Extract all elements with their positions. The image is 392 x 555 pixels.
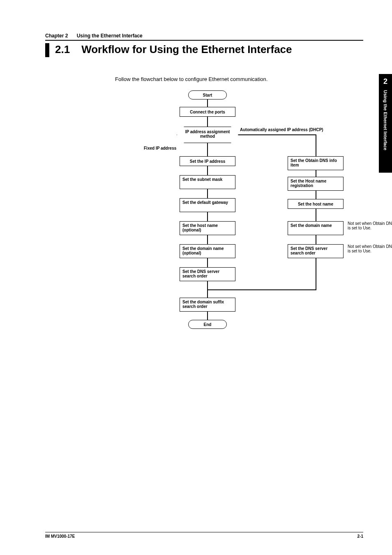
flow-left-f: Set the DNS server search order: [180, 267, 235, 281]
flow-right-d: Set the domain name: [288, 221, 344, 235]
connector: [207, 143, 208, 156]
flow-note-2: Not set when Obtain DNS info is set to U…: [348, 244, 392, 253]
section-title: Workflow for Using the Ethernet Interfac…: [81, 43, 292, 56]
chapter-header: Chapter 2 Using the Ethernet Interface: [45, 33, 363, 41]
connector: [207, 289, 316, 290]
connector: [316, 134, 316, 156]
connector: [207, 189, 208, 198]
connector: [316, 191, 316, 199]
connector: [207, 235, 208, 244]
intro-text: Follow the flowchart below to configure …: [115, 76, 363, 82]
flow-left-g: Set the domain suffix search order: [180, 298, 235, 312]
flow-left-a: Set the IP address: [180, 156, 235, 166]
branch-right-label: Automatically assigned IP address (DHCP): [240, 127, 323, 132]
footer-right: 2-1: [357, 534, 363, 539]
branch-left-label: Fixed IP address: [144, 146, 176, 150]
flow-connect: Connect the ports: [180, 107, 235, 117]
connector: [207, 312, 208, 320]
flow-left-d: Set the host name (optional): [180, 221, 235, 235]
page-footer: IM MV1000-17E 2-1: [45, 532, 363, 539]
tab-label: Using the Ethernet Interface: [383, 90, 388, 150]
connector: [207, 258, 208, 267]
connector: [207, 166, 208, 175]
connector: [207, 99, 208, 107]
section-number: 2.1: [55, 43, 70, 56]
flow-right-b: Set the Host name registration: [288, 177, 344, 191]
flow-right-c: Set the host name: [288, 199, 344, 209]
connector: [207, 212, 208, 221]
flow-decision: IP address assignment method: [177, 127, 238, 143]
chapter-number: Chapter 2: [45, 33, 68, 39]
connector: [316, 258, 316, 289]
connector: [316, 170, 316, 177]
heading-bar: [45, 43, 49, 57]
flowchart: Start Connect the ports IP address assig…: [99, 90, 362, 358]
flow-start: Start: [188, 90, 227, 99]
connector: [238, 134, 316, 135]
chapter-title: Using the Ethernet Interface: [77, 33, 143, 39]
flow-left-e: Set the domain name (optional): [180, 244, 235, 258]
section-heading: 2.1 Workflow for Using the Ethernet Inte…: [45, 43, 363, 57]
flow-end: End: [188, 320, 227, 329]
flow-left-c: Set the default gateway: [180, 198, 235, 212]
flow-right-a: Set the Obtain DNS info item: [288, 156, 344, 170]
footer-left: IM MV1000-17E: [45, 534, 75, 539]
flow-note-1: Not set when Obtain DNS info is set to U…: [348, 221, 392, 230]
tab-number: 2: [383, 77, 387, 86]
flow-left-b: Set the subnet mask: [180, 175, 235, 189]
side-tab: 2 Using the Ethernet Interface: [379, 74, 392, 173]
connector: [207, 117, 208, 127]
connector: [316, 209, 316, 221]
flow-right-e: Set the DNS server search order: [288, 244, 344, 258]
connector: [316, 235, 316, 244]
